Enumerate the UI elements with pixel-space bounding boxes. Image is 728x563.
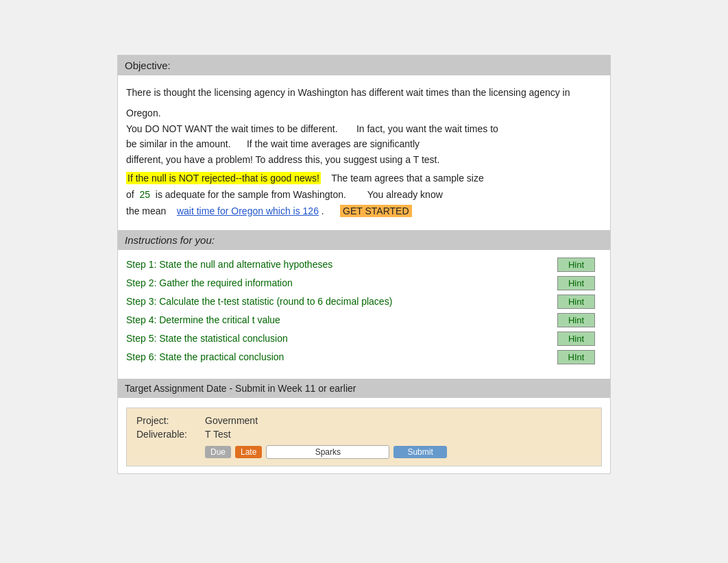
project-card: Project: Government Deliverable: T Test …: [126, 408, 602, 466]
highlight-block2: of 25 is adequate for the sample from Wa…: [126, 189, 602, 200]
hint-button-4[interactable]: Hint: [557, 313, 595, 327]
step-row-5: Step 5: State the statistical conclusion…: [126, 329, 602, 348]
submit-tag[interactable]: Submit: [393, 446, 446, 458]
hint-button-3[interactable]: Hint: [557, 295, 595, 309]
project-label: Project:: [136, 415, 205, 426]
late-tag: Late: [235, 446, 262, 458]
step-row-4: Step 4: Determine the critical t value H…: [126, 311, 602, 329]
step-row-2: Step 2: Gather the required information …: [126, 274, 602, 292]
deliverable-label: Deliverable:: [136, 429, 205, 440]
step-2-label: Step 2: Gather the required information: [126, 277, 547, 288]
get-started-button[interactable]: GET STARTED: [340, 205, 411, 217]
step-3-label: Step 3: Calculate the t-test statistic (…: [126, 296, 547, 307]
hint-button-5[interactable]: Hint: [557, 331, 595, 346]
objective-para1: There is thought the licensing agency in…: [126, 85, 602, 100]
sample-size-value: 25: [139, 189, 150, 200]
objective-header: Objective:: [118, 55, 610, 75]
step-5-label: Step 5: State the statistical conclusion: [126, 333, 547, 344]
sparks-tag: Sparks: [266, 445, 389, 459]
step-4-label: Step 4: Determine the critical t value: [126, 314, 547, 325]
instructions-header: Instructions for you:: [118, 230, 610, 250]
hint-button-1[interactable]: Hint: [557, 258, 595, 272]
step-row-6: Step 6: State the practical conclusion H…: [126, 348, 602, 366]
tags-row: Due Late Sparks Submit: [136, 445, 592, 459]
step-1-label: Step 1: State the null and alternative h…: [126, 259, 547, 270]
step-row-3: Step 3: Calculate the t-test statistic (…: [126, 292, 602, 311]
step-row-1: Step 1: State the null and alternative h…: [126, 255, 602, 274]
highlight-block1: If the null is NOT rejected--that is goo…: [126, 173, 602, 184]
step-6-label: Step 6: State the practical conclusion: [126, 351, 547, 362]
highlight-yellow-text: If the null is NOT rejected--that is goo…: [126, 172, 321, 184]
hint-button-2[interactable]: Hint: [557, 276, 595, 290]
project-value: Government: [205, 415, 258, 426]
objective-para2: Oregon. You DO NOT WANT the wait times t…: [126, 105, 602, 167]
target-header: Target Assignment Date - Submit in Week …: [118, 379, 610, 398]
oregon-mean-link[interactable]: wait time for Oregon which is 126: [177, 205, 319, 216]
due-tag: Due: [205, 446, 231, 458]
deliverable-value: T Test: [205, 429, 231, 440]
highlight-block3: the mean wait time for Oregon which is 1…: [126, 205, 602, 216]
deliverable-tags: Due Late Sparks Submit: [205, 445, 447, 459]
deliverable-row: Deliverable: T Test: [136, 429, 592, 440]
hint-button-6[interactable]: HInt: [557, 350, 595, 364]
project-row: Project: Government: [136, 415, 592, 426]
